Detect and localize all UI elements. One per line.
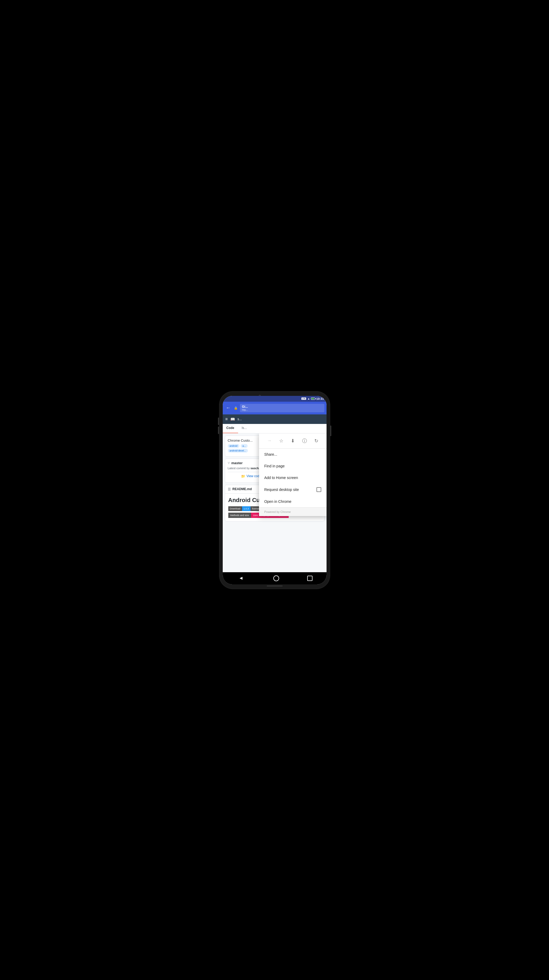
back-nav-button[interactable]: ◄: [237, 573, 245, 583]
phone-screen: LTE ▲ 10:31 ← 🔒 Gi... http... ≡ 📖 s...: [223, 396, 326, 584]
info-icon[interactable]: ⓘ: [301, 437, 308, 445]
hamburger-icon[interactable]: ≡: [225, 417, 228, 422]
battery-fill: [312, 398, 314, 399]
download-icon[interactable]: ⬇: [290, 437, 296, 445]
chrome-context-menu: → ☆ ⬇ ⓘ ↻ Share... Find in page Add to H…: [259, 433, 326, 516]
menu-desktop-label: Request desktop site: [264, 487, 299, 492]
chrome-url-title: Gi...: [242, 405, 322, 409]
menu-item-find[interactable]: Find in page: [259, 460, 326, 472]
dropdown-overlay: → ☆ ⬇ ⓘ ↻ Share... Find in page Add to H…: [223, 433, 326, 572]
battery-icon: [311, 398, 315, 400]
chrome-lock-icon: 🔒: [234, 406, 238, 410]
chrome-url-text: http...: [242, 409, 322, 411]
phone-home-bar: [267, 585, 283, 587]
volume-up: [218, 418, 219, 425]
github-nav: ≡ 📖 s...: [223, 414, 326, 424]
tab-bar: Code Is...: [223, 424, 326, 433]
volume-buttons: [218, 418, 219, 434]
tab-code[interactable]: Code: [223, 424, 238, 433]
status-bar: LTE ▲ 10:31: [223, 396, 326, 402]
menu-add-home-label: Add to Home screen: [264, 476, 298, 480]
power-button: [330, 426, 331, 436]
menu-find-label: Find in page: [264, 464, 285, 468]
menu-open-chrome-label: Open in Chrome: [264, 500, 291, 504]
chrome-menu-toolbar: → ☆ ⬇ ⓘ ↻: [259, 433, 326, 449]
menu-share-label: Share...: [264, 452, 277, 457]
menu-item-share[interactable]: Share...: [259, 449, 326, 460]
github-book-icon: 📖: [231, 417, 235, 421]
forward-icon[interactable]: →: [266, 437, 273, 445]
main-content: Chrome Custo... android a... android-dev…: [223, 433, 326, 572]
phone-device: LTE ▲ 10:31 ← 🔒 Gi... http... ≡ 📖 s...: [219, 391, 330, 589]
volume-down: [218, 426, 219, 434]
bottom-nav: ◄: [223, 572, 326, 584]
bookmark-icon[interactable]: ☆: [278, 437, 285, 445]
signal-icon: ▲: [307, 397, 310, 400]
status-icons: LTE ▲ 10:31: [301, 397, 324, 400]
chrome-url-bar[interactable]: Gi... http...: [240, 404, 325, 412]
menu-item-add-home[interactable]: Add to Home screen: [259, 472, 326, 484]
powered-by-label: Powered by Chrome: [259, 508, 326, 516]
chrome-back-button[interactable]: ←: [225, 404, 232, 412]
refresh-icon[interactable]: ↻: [313, 437, 319, 445]
chrome-browser-bar: ← 🔒 Gi... http...: [223, 402, 326, 414]
desktop-site-checkbox[interactable]: [317, 487, 321, 492]
home-nav-button[interactable]: [273, 575, 279, 581]
recents-nav-button[interactable]: [307, 576, 312, 581]
menu-item-desktop[interactable]: Request desktop site: [259, 484, 326, 496]
tab-issues[interactable]: Is...: [238, 424, 251, 433]
menu-item-open-chrome[interactable]: Open in Chrome: [259, 496, 326, 508]
lte-indicator: LTE: [301, 398, 306, 400]
status-time: 10:31: [316, 397, 324, 400]
github-repo-label: s...: [237, 417, 242, 421]
